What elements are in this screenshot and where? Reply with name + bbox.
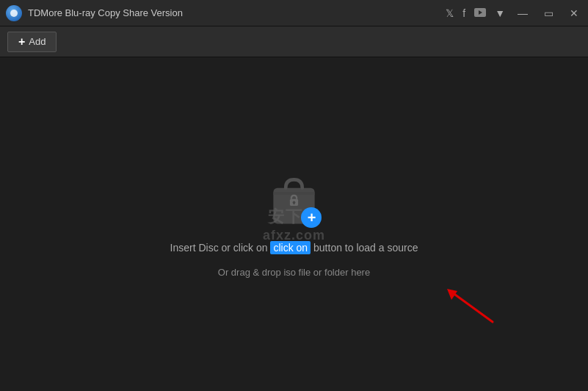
toolbar: + Add bbox=[0, 26, 588, 57]
center-drop-area: + Insert Disc or click on click on butto… bbox=[170, 171, 418, 277]
disc-icon-wrapper: + bbox=[264, 171, 323, 229]
arrow-icon bbox=[441, 285, 500, 329]
add-label: Add bbox=[29, 36, 46, 47]
svg-line-7 bbox=[452, 293, 493, 322]
add-button[interactable]: + Add bbox=[7, 32, 57, 52]
minimize-button[interactable]: — bbox=[514, 6, 531, 21]
add-plus-icon: + bbox=[18, 36, 25, 48]
instruction-part2: button to load a source bbox=[313, 242, 418, 254]
dropdown-icon[interactable]: ▼ bbox=[495, 7, 505, 19]
arrow-container bbox=[441, 285, 500, 332]
facebook-icon[interactable]: f bbox=[462, 7, 465, 19]
instruction-part1: Insert Disc or click on bbox=[170, 242, 268, 254]
restore-button[interactable]: ▭ bbox=[540, 6, 557, 21]
close-button[interactable]: ✕ bbox=[566, 6, 582, 21]
main-content: 安下载 afxz.com + Insert Disc or bbox=[0, 57, 588, 391]
app-icon bbox=[6, 5, 22, 21]
instruction-highlight: click on bbox=[270, 241, 311, 254]
svg-rect-6 bbox=[294, 202, 295, 204]
twitter-icon[interactable]: 𝕏 bbox=[446, 7, 454, 19]
title-bar: TDMore Blu-ray Copy Share Version 𝕏 f ▼ … bbox=[0, 0, 588, 26]
title-bar-controls: 𝕏 f ▼ — ▭ ✕ bbox=[446, 6, 582, 21]
app-title: TDMore Blu-ray Copy Share Version bbox=[28, 7, 183, 18]
title-bar-left: TDMore Blu-ray Copy Share Version bbox=[6, 5, 183, 21]
drag-drop-text: Or drag & drop iso file or folder here bbox=[218, 267, 370, 278]
svg-marker-8 bbox=[447, 289, 457, 300]
instruction-text: Insert Disc or click on click on button … bbox=[170, 240, 418, 256]
youtube-icon[interactable] bbox=[474, 7, 486, 19]
svg-rect-3 bbox=[273, 192, 314, 195]
